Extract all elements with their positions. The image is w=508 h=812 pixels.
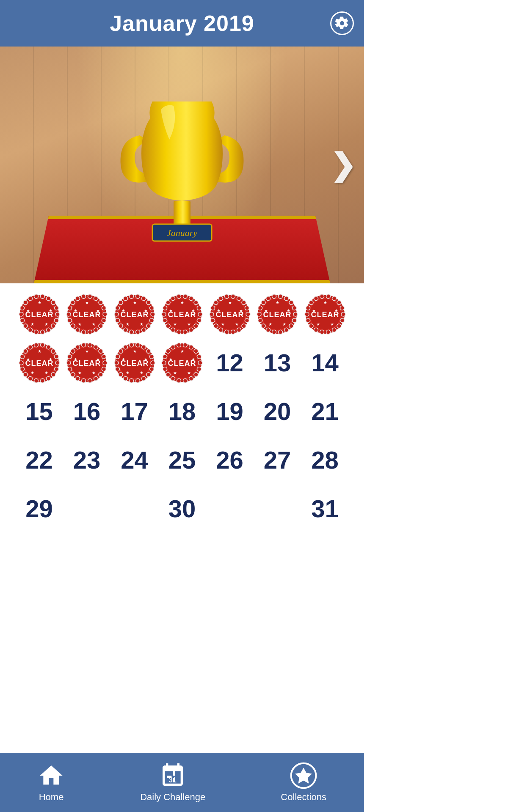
day-cell-22[interactable]: 22 bbox=[17, 438, 61, 482]
svg-point-11 bbox=[34, 330, 38, 334]
svg-point-59 bbox=[149, 318, 154, 322]
day-cell-25[interactable]: 25 bbox=[160, 438, 204, 482]
day-number-17: 17 bbox=[121, 397, 148, 425]
svg-text:★: ★ bbox=[180, 300, 184, 305]
clear-badge-11: ★★★★★ CLEAR bbox=[161, 342, 203, 384]
day-cell-7[interactable]: ★★★★★ CLEAR bbox=[303, 292, 347, 336]
svg-text:CLEAR: CLEAR bbox=[168, 359, 196, 368]
svg-point-197 bbox=[19, 361, 23, 365]
day-cell-6[interactable]: ★★★★★ CLEAR bbox=[255, 292, 300, 336]
svg-point-94 bbox=[163, 306, 167, 310]
day-cell-3[interactable]: ★★★★★ CLEAR bbox=[112, 292, 157, 336]
svg-point-202 bbox=[40, 343, 44, 347]
day-cell-2[interactable]: ★★★★★ CLEAR bbox=[65, 292, 109, 336]
day-cell-4[interactable]: ★★★★★ CLEAR bbox=[160, 292, 204, 336]
day-cell-16[interactable]: 16 bbox=[65, 389, 109, 433]
nav-daily-challenge[interactable]: 31 Daily Challenge bbox=[140, 762, 205, 803]
svg-point-215 bbox=[102, 367, 106, 371]
svg-point-67 bbox=[114, 312, 119, 316]
svg-point-190 bbox=[51, 372, 55, 376]
day-number-23: 23 bbox=[73, 446, 101, 474]
day-cell-13[interactable]: 13 bbox=[255, 340, 300, 385]
svg-point-7 bbox=[54, 318, 58, 322]
next-button[interactable]: ❯ bbox=[330, 147, 356, 183]
day-cell-20[interactable]: 20 bbox=[255, 389, 300, 433]
day-cell-5[interactable]: ★★★★★ CLEAR bbox=[207, 292, 252, 336]
clear-badge-5: ★★★★★ CLEAR bbox=[209, 293, 251, 335]
svg-text:★: ★ bbox=[78, 370, 82, 375]
svg-point-271 bbox=[177, 379, 181, 383]
svg-point-269 bbox=[189, 376, 193, 381]
day-cell-31[interactable]: 31 bbox=[303, 486, 347, 531]
svg-point-19 bbox=[34, 294, 38, 298]
day-cell-21[interactable]: 21 bbox=[303, 389, 347, 433]
svg-point-225 bbox=[71, 349, 75, 353]
day-number-28: 28 bbox=[311, 446, 339, 474]
svg-point-14 bbox=[20, 318, 24, 322]
svg-point-136 bbox=[293, 312, 298, 316]
svg-point-33 bbox=[102, 318, 106, 322]
day-cell-18[interactable]: 18 bbox=[160, 389, 204, 433]
nav-home[interactable]: Home bbox=[38, 762, 65, 803]
svg-point-64 bbox=[123, 328, 127, 332]
day-number-26: 26 bbox=[216, 446, 243, 474]
day-cell-14[interactable]: 14 bbox=[303, 340, 347, 385]
svg-point-32 bbox=[103, 312, 107, 316]
svg-point-139 bbox=[284, 328, 289, 332]
svg-point-205 bbox=[54, 354, 58, 359]
day-number-31: 31 bbox=[311, 494, 339, 523]
svg-point-112 bbox=[241, 324, 246, 328]
day-cell-1[interactable]: ★★★★★ CLEAR bbox=[17, 292, 61, 336]
day-number-18: 18 bbox=[168, 397, 196, 425]
svg-point-167 bbox=[320, 330, 324, 334]
svg-point-48 bbox=[99, 300, 103, 304]
day-cell-8[interactable]: ★★★★★ CLEAR bbox=[17, 340, 61, 385]
svg-text:★: ★ bbox=[37, 349, 41, 354]
svg-rect-0 bbox=[174, 201, 190, 226]
svg-point-127 bbox=[245, 306, 249, 310]
svg-point-93 bbox=[162, 312, 166, 316]
svg-point-276 bbox=[163, 354, 167, 359]
trophy-container: January bbox=[114, 85, 250, 245]
day-cell-27[interactable]: 27 bbox=[255, 438, 300, 482]
svg-point-226 bbox=[76, 345, 80, 349]
day-cell-19[interactable]: 19 bbox=[207, 389, 252, 433]
day-number-13: 13 bbox=[264, 348, 291, 377]
day-cell-23[interactable]: 23 bbox=[65, 438, 109, 482]
svg-point-165 bbox=[332, 328, 336, 332]
svg-point-279 bbox=[177, 343, 181, 347]
settings-icon[interactable] bbox=[330, 11, 354, 35]
clear-badge-9: ★★★★★ CLEAR bbox=[66, 342, 108, 384]
day-cell-24[interactable]: 24 bbox=[112, 438, 157, 482]
svg-point-198 bbox=[20, 354, 24, 359]
svg-point-75 bbox=[149, 306, 154, 310]
svg-point-124 bbox=[231, 294, 235, 298]
svg-text:CLEAR: CLEAR bbox=[120, 359, 149, 368]
day-cell-30[interactable]: 30 bbox=[160, 486, 204, 531]
svg-point-145 bbox=[257, 312, 261, 316]
svg-text:★: ★ bbox=[187, 370, 191, 375]
svg-text:★: ★ bbox=[276, 300, 279, 305]
svg-point-250 bbox=[115, 354, 119, 359]
day-cell-10[interactable]: ★★★★★ CLEAR bbox=[112, 340, 157, 385]
svg-text:31: 31 bbox=[169, 776, 177, 784]
svg-point-189 bbox=[54, 367, 58, 371]
svg-point-195 bbox=[23, 372, 28, 376]
svg-point-37 bbox=[82, 330, 86, 334]
svg-point-230 bbox=[99, 349, 103, 353]
day-cell-15[interactable]: 15 bbox=[17, 389, 61, 433]
day-cell-12[interactable]: 12 bbox=[207, 340, 252, 385]
day-cell-29[interactable]: 29 bbox=[17, 486, 61, 531]
day-cell-9[interactable]: ★★★★★ CLEAR bbox=[65, 340, 109, 385]
day-cell-11[interactable]: ★★★★★ CLEAR bbox=[160, 340, 204, 385]
svg-point-95 bbox=[166, 300, 170, 304]
svg-text:★: ★ bbox=[44, 321, 48, 326]
day-cell-26[interactable]: 26 bbox=[207, 438, 252, 482]
nav-collections[interactable]: Collections bbox=[281, 762, 326, 803]
day-cell-28[interactable]: 28 bbox=[303, 438, 347, 482]
svg-text:★: ★ bbox=[268, 321, 272, 326]
svg-point-192 bbox=[40, 379, 44, 383]
svg-point-122 bbox=[218, 296, 223, 300]
day-cell-17[interactable]: 17 bbox=[112, 389, 157, 433]
svg-point-140 bbox=[278, 330, 282, 334]
